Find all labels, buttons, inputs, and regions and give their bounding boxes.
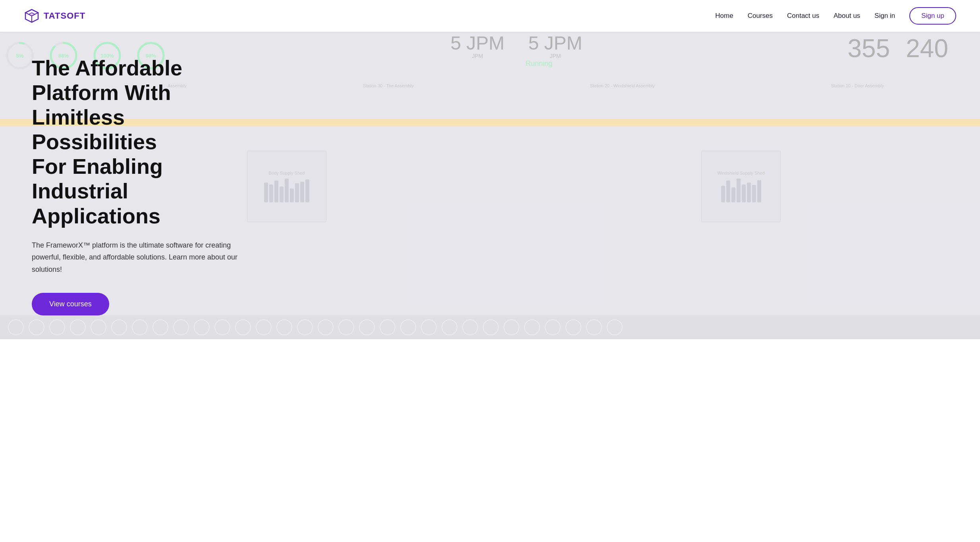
nav-home[interactable]: Home xyxy=(715,12,733,19)
hero-content: The Affordable Platform With Limitless P… xyxy=(0,32,278,339)
hero-description: The FrameworX™ platform is the ultimate … xyxy=(32,239,246,276)
svg-marker-5 xyxy=(29,13,35,16)
view-courses-button[interactable]: View courses xyxy=(32,293,109,315)
hero-title-line4: Applications xyxy=(32,204,160,228)
logo-link[interactable]: TATSOFT xyxy=(24,8,85,24)
hero-title-line3: For Enabling Industrial xyxy=(32,154,163,203)
signup-button[interactable]: Sign up xyxy=(909,7,956,25)
nav-links: Home Courses Contact us About us Sign in… xyxy=(715,7,956,25)
brand-name: TATSOFT xyxy=(44,11,85,21)
nav-signin[interactable]: Sign in xyxy=(874,12,895,19)
hero-title-line1: The Affordable Platform With xyxy=(32,56,182,104)
hero-title: The Affordable Platform With Limitless P… xyxy=(32,56,246,228)
hero-title-line2: Limitless Possibilities xyxy=(32,105,157,154)
nav-about[interactable]: About us xyxy=(833,12,860,19)
nav-courses[interactable]: Courses xyxy=(748,12,773,19)
logo-icon xyxy=(24,8,40,24)
navbar: TATSOFT Home Courses Contact us About us… xyxy=(0,0,980,32)
nav-contact[interactable]: Contact us xyxy=(787,12,819,19)
hero-section: 5% 88% 100% xyxy=(0,32,980,339)
